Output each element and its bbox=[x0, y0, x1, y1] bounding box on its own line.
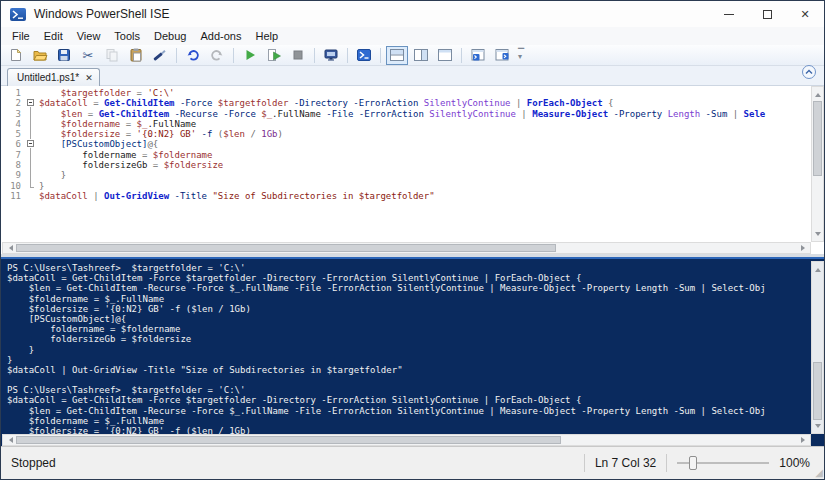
run-selection-button[interactable] bbox=[263, 46, 285, 65]
title-bar[interactable]: Windows PowerShell ISE ✕ bbox=[1, 1, 824, 27]
code-line[interactable]: 8 foldersizeGb = $foldersize bbox=[1, 160, 811, 170]
code-line[interactable]: 4 $foldername = $_.FullName bbox=[1, 119, 811, 129]
console-line: } bbox=[7, 355, 811, 365]
console-line: $dataColl = Get-ChildItem -Force $target… bbox=[7, 273, 811, 283]
scroll-right-arrow-icon[interactable] bbox=[799, 435, 809, 445]
script-pane-right-button[interactable] bbox=[410, 46, 432, 65]
fold-collapse-icon[interactable] bbox=[27, 99, 34, 106]
fold-margin[interactable] bbox=[25, 98, 37, 108]
fold-collapse-icon[interactable] bbox=[27, 140, 34, 147]
editor-vscroll-thumb[interactable] bbox=[813, 101, 822, 176]
menu-item-help[interactable]: Help bbox=[248, 28, 285, 44]
code-line[interactable]: 5 $foldersize = '{0:N2} GB' -f ($len / 1… bbox=[1, 129, 811, 139]
toolbar-separator bbox=[380, 48, 381, 63]
console-vertical-scrollbar[interactable] bbox=[811, 261, 824, 434]
zoom-slider[interactable] bbox=[677, 455, 769, 471]
open-script-button[interactable] bbox=[29, 46, 51, 65]
close-button[interactable]: ✕ bbox=[786, 1, 824, 27]
copy-button[interactable] bbox=[101, 46, 123, 65]
editor-lines: 1 $targetfolder = 'C:\'2$dataColl = Get-… bbox=[1, 86, 811, 242]
run-selection-icon bbox=[266, 47, 282, 63]
fold-margin[interactable] bbox=[25, 139, 37, 149]
scroll-up-arrow-icon[interactable] bbox=[812, 263, 823, 273]
powershell-logo-icon bbox=[10, 8, 26, 21]
fold-margin bbox=[25, 150, 37, 160]
command-window-button[interactable] bbox=[467, 46, 489, 65]
collapse-script-pane-button[interactable] bbox=[802, 65, 816, 79]
scroll-right-arrow-icon[interactable] bbox=[799, 243, 809, 253]
menu-item-file[interactable]: File bbox=[5, 28, 37, 44]
code-line[interactable]: 10} bbox=[1, 181, 811, 191]
line-number: 5 bbox=[1, 129, 25, 139]
toolbar-separator bbox=[347, 48, 348, 63]
script-pane-top-button[interactable] bbox=[386, 46, 408, 65]
code-line[interactable]: 9 } bbox=[1, 170, 811, 180]
save-button[interactable] bbox=[53, 46, 75, 65]
window-title: Windows PowerShell ISE bbox=[34, 7, 169, 21]
run-script-button[interactable] bbox=[239, 46, 261, 65]
new-remote-tab-button[interactable] bbox=[320, 46, 342, 65]
fold-margin bbox=[25, 160, 37, 170]
zoom-slider-thumb[interactable] bbox=[689, 456, 697, 470]
new-remote-tab-icon bbox=[323, 47, 339, 63]
stop-button[interactable] bbox=[287, 46, 309, 65]
scroll-down-arrow-icon[interactable] bbox=[812, 422, 823, 432]
toolbar-overflow-icon: ▔▾ bbox=[518, 51, 524, 59]
clear-console-icon bbox=[152, 47, 168, 63]
toolbar-overflow-button[interactable]: ▔▾ bbox=[515, 51, 527, 59]
script-pane-maximized-button[interactable] bbox=[434, 46, 456, 65]
resize-grip[interactable]: ◢ bbox=[815, 467, 823, 478]
script-editor-pane[interactable]: 1 $targetfolder = 'C:\'2$dataColl = Get-… bbox=[1, 86, 824, 254]
cut-icon: ✂ bbox=[83, 49, 94, 62]
code-text: foldersizeGb = $foldersize bbox=[39, 160, 223, 170]
minimize-button[interactable] bbox=[710, 1, 748, 27]
new-script-icon bbox=[8, 47, 24, 63]
tab-close-icon[interactable]: ✕ bbox=[85, 73, 93, 83]
editor-vertical-scrollbar[interactable] bbox=[811, 86, 824, 242]
menu-item-debug[interactable]: Debug bbox=[147, 28, 193, 44]
code-line[interactable]: 6 [PSCustomObject]@{ bbox=[1, 139, 811, 149]
start-powershell-button[interactable] bbox=[353, 46, 375, 65]
console-hscroll-thumb[interactable] bbox=[16, 436, 561, 444]
code-line[interactable]: 11$dataColl | Out-GridView -Title "Size … bbox=[1, 191, 811, 201]
menu-item-tools[interactable]: Tools bbox=[107, 28, 147, 44]
console-pane[interactable]: PS C:\Users\Tashreef> $targetfolder = 'C… bbox=[1, 257, 824, 447]
tab-untitled1[interactable]: Untitled1.ps1* ✕ bbox=[7, 68, 100, 86]
toolbar-separator bbox=[176, 48, 177, 63]
editor-horizontal-scrollbar[interactable] bbox=[2, 242, 811, 254]
close-icon: ✕ bbox=[800, 9, 809, 20]
code-line[interactable]: 1 $targetfolder = 'C:\' bbox=[1, 88, 811, 98]
console-line: $foldername = $_.FullName bbox=[7, 294, 811, 304]
editor-hscroll-thumb[interactable] bbox=[16, 244, 556, 252]
console-vscroll-thumb[interactable] bbox=[813, 362, 822, 420]
clear-console-button[interactable] bbox=[149, 46, 171, 65]
menu-item-view[interactable]: View bbox=[70, 28, 108, 44]
maximize-button[interactable] bbox=[748, 1, 786, 27]
script-pane-top-icon bbox=[389, 47, 405, 63]
open-script-icon bbox=[32, 47, 48, 63]
line-number: 11 bbox=[1, 191, 25, 201]
scroll-left-arrow-icon[interactable] bbox=[4, 243, 14, 253]
code-line[interactable]: 3 $len = Get-ChildItem -Recurse -Force $… bbox=[1, 109, 811, 119]
scroll-left-arrow-icon[interactable] bbox=[4, 435, 14, 445]
redo-button[interactable] bbox=[206, 46, 228, 65]
line-number: 3 bbox=[1, 109, 25, 119]
console-horizontal-scrollbar[interactable] bbox=[2, 434, 811, 446]
menu-item-add-ons[interactable]: Add-ons bbox=[193, 28, 248, 44]
console-line bbox=[7, 375, 811, 385]
undo-button[interactable] bbox=[182, 46, 204, 65]
console-line: $foldersize = '{0:N2} GB' -f ($len / 1Gb… bbox=[7, 304, 811, 314]
paste-button[interactable] bbox=[125, 46, 147, 65]
fold-margin bbox=[25, 191, 37, 201]
scroll-down-arrow-icon[interactable] bbox=[812, 230, 823, 240]
scroll-up-arrow-icon[interactable] bbox=[812, 88, 823, 98]
command-addon-button[interactable] bbox=[491, 46, 513, 65]
menu-item-edit[interactable]: Edit bbox=[37, 28, 70, 44]
cut-button[interactable]: ✂ bbox=[77, 46, 99, 65]
paste-icon bbox=[128, 47, 144, 63]
new-script-button[interactable] bbox=[5, 46, 27, 65]
undo-icon bbox=[185, 47, 201, 63]
line-number: 2 bbox=[1, 98, 25, 108]
code-line[interactable]: 2$dataColl = Get-ChildItem -Force $targe… bbox=[1, 98, 811, 108]
code-line[interactable]: 7 foldername = $foldername bbox=[1, 150, 811, 160]
